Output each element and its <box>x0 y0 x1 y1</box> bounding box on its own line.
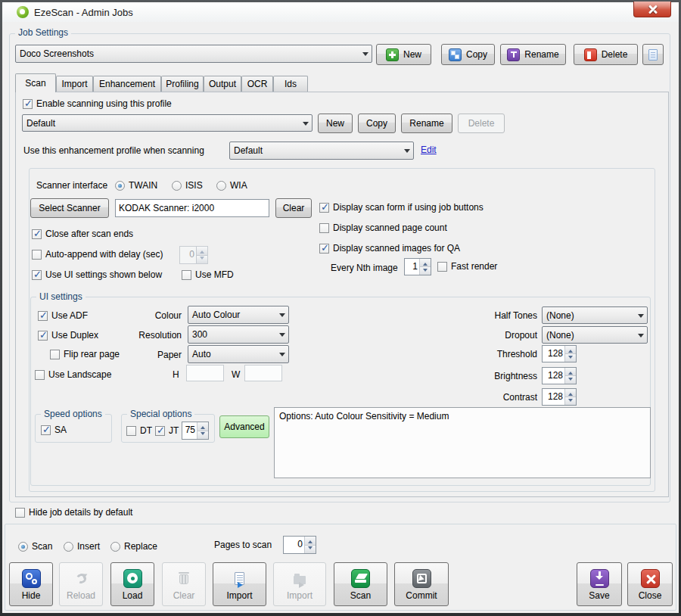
hide-job-details-checkbox[interactable]: Hide job details by default <box>15 507 132 518</box>
scan-profile-combobox[interactable]: Default <box>22 114 313 132</box>
spinner-arrows[interactable] <box>197 422 208 439</box>
use-duplex-checkbox[interactable]: Use Duplex <box>38 330 98 341</box>
advanced-button[interactable]: Advanced <box>219 415 269 438</box>
mode-insert-radio[interactable]: Insert <box>64 541 100 552</box>
copy-profile-button[interactable]: Copy <box>358 114 396 133</box>
mode-scan-radio[interactable]: Scan <box>18 541 52 552</box>
select-scanner-button[interactable]: Select Scanner <box>30 198 109 218</box>
copy-job-button[interactable]: Copy <box>441 44 495 65</box>
tab-output[interactable]: Output <box>204 76 241 92</box>
enable-scanning-checkbox[interactable]: Enable scanning using this profile <box>23 98 172 109</box>
tab-scan[interactable]: Scan <box>15 73 56 92</box>
new-job-button[interactable]: New <box>376 44 431 65</box>
auto-append-delay-value: 0 <box>180 247 196 263</box>
isis-radio[interactable]: ISIS <box>172 180 203 191</box>
checkbox-box <box>437 262 447 272</box>
use-ui-settings-checkbox[interactable]: Use UI settings shown below <box>32 269 162 280</box>
clear-scanner-button[interactable]: Clear <box>275 198 312 218</box>
edit-enhancement-link[interactable]: Edit <box>421 145 437 155</box>
tab-ocr[interactable]: OCR <box>241 76 273 92</box>
jt-checkbox[interactable]: JT <box>155 425 179 436</box>
dropdown-arrow-icon[interactable] <box>299 115 312 131</box>
width-field[interactable] <box>244 365 282 381</box>
rename-icon <box>507 48 520 61</box>
spinner-arrows[interactable] <box>196 247 207 263</box>
contrast-spinner[interactable]: 128 <box>542 388 577 406</box>
half-tones-combobox[interactable]: (None) <box>542 306 648 324</box>
new-profile-button[interactable]: New <box>318 114 353 133</box>
fast-render-checkbox[interactable]: Fast render <box>437 261 497 272</box>
dropdown-arrow-icon[interactable] <box>359 45 372 62</box>
dropdown-arrow-icon[interactable] <box>400 142 413 159</box>
tab-profiling[interactable]: Profiling <box>161 76 204 92</box>
dropdown-arrow-icon[interactable] <box>275 306 288 323</box>
colour-combobox[interactable]: Auto Colour <box>188 306 289 324</box>
rename-job-button[interactable]: Rename <box>500 44 566 65</box>
jt-spinner[interactable]: 75 <box>182 422 209 440</box>
close-button[interactable]: Close <box>627 562 673 606</box>
brightness-spinner[interactable]: 128 <box>542 367 577 384</box>
paper-combobox[interactable]: Auto <box>188 345 289 363</box>
use-mfd-checkbox[interactable]: Use MFD <box>182 269 234 280</box>
every-nth-spinner[interactable]: 1 <box>404 258 431 275</box>
dropdown-arrow-icon[interactable] <box>634 327 647 343</box>
dropout-combobox[interactable]: (None) <box>542 326 648 344</box>
twain-radio[interactable]: TWAIN <box>115 180 157 191</box>
hide-button-label: Hide <box>22 590 41 601</box>
flip-rear-page-checkbox[interactable]: Flip rear page <box>50 349 120 359</box>
import-button[interactable]: Import <box>213 562 266 606</box>
wia-radio[interactable]: WIA <box>216 180 247 191</box>
height-field[interactable] <box>186 365 224 381</box>
ezescan-admin-jobs-window: EzeScan - Admin Jobs Job Settings Doco S… <box>0 0 681 616</box>
dropdown-arrow-icon[interactable] <box>275 346 288 362</box>
job-notes-button[interactable] <box>642 44 664 65</box>
spinner-arrows[interactable] <box>304 537 316 553</box>
import-folder-button[interactable]: Import <box>273 562 326 606</box>
spinner-arrows[interactable] <box>564 346 576 362</box>
reload-button[interactable]: Reload <box>59 562 103 606</box>
spinner-arrows[interactable] <box>419 259 431 275</box>
mode-replace-radio[interactable]: Replace <box>110 541 157 552</box>
enhancement-profile-combobox[interactable]: Default <box>229 142 414 160</box>
rename-profile-button[interactable]: Rename <box>401 114 452 133</box>
options-textbox[interactable]: Options: Auto Colour Sensitivity = Mediu… <box>274 407 651 478</box>
dt-label: DT <box>140 425 152 436</box>
tab-import[interactable]: Import <box>56 76 93 92</box>
close-window-button[interactable] <box>633 2 671 17</box>
auto-append-checkbox[interactable]: Auto-append with delay (sec) <box>32 249 163 260</box>
sa-checkbox[interactable]: SA <box>41 425 67 435</box>
display-page-count-checkbox[interactable]: Display scanned page count <box>319 222 447 233</box>
display-scan-form-checkbox[interactable]: Display scan form if using job buttons <box>319 202 484 213</box>
clear-button[interactable]: Clear <box>162 562 206 606</box>
dropdown-arrow-icon[interactable] <box>634 307 647 323</box>
tab-ids[interactable]: Ids <box>273 76 308 92</box>
scan-button[interactable]: Scan <box>334 562 387 606</box>
delete-profile-button[interactable]: Delete <box>458 114 505 133</box>
use-landscape-checkbox[interactable]: Use Landscape <box>35 369 111 380</box>
display-qa-checkbox[interactable]: Display scanned images for QA <box>319 243 460 254</box>
pages-to-scan-spinner[interactable]: 0 <box>283 536 316 554</box>
threshold-label: Threshold <box>477 349 537 359</box>
use-adf-checkbox[interactable]: Use ADF <box>38 310 88 321</box>
resolution-combobox[interactable]: 300 <box>188 325 289 344</box>
hide-button[interactable]: Hide <box>9 562 53 606</box>
document-import-icon <box>235 568 244 589</box>
auto-append-delay-spinner[interactable]: 0 <box>179 246 208 264</box>
save-button[interactable]: Save <box>577 562 622 606</box>
load-button[interactable]: Load <box>110 562 154 606</box>
checkbox-box <box>38 331 48 341</box>
commit-button[interactable]: Commit <box>394 562 449 606</box>
close-after-scan-checkbox[interactable]: Close after scan ends <box>32 229 133 239</box>
checkbox-box <box>32 250 42 260</box>
spinner-arrows[interactable] <box>564 368 576 384</box>
scanner-name-field[interactable]: KODAK Scanner: i2000 <box>115 199 269 217</box>
isis-label: ISIS <box>185 180 203 191</box>
dt-checkbox[interactable]: DT <box>126 425 152 436</box>
delete-job-button[interactable]: Delete <box>574 44 638 65</box>
dropdown-arrow-icon[interactable] <box>275 326 288 343</box>
job-combobox[interactable]: Doco Screenshots <box>15 45 372 63</box>
tab-enhancement[interactable]: Enhancement <box>93 76 161 92</box>
threshold-spinner[interactable]: 128 <box>542 345 577 362</box>
spinner-arrows[interactable] <box>564 389 576 405</box>
contrast-label: Contrast <box>477 392 537 403</box>
